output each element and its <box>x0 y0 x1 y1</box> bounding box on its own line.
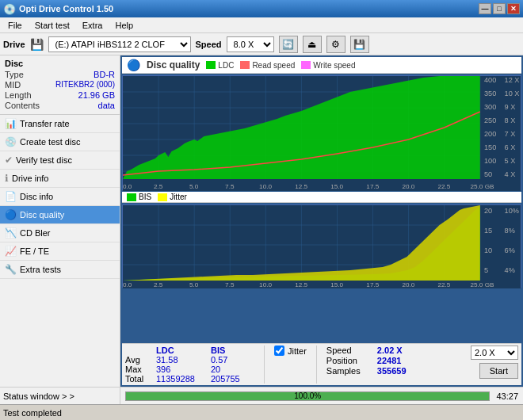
menu-start-test[interactable]: Start test <box>30 19 74 32</box>
svg-text:300: 300 <box>484 103 496 111</box>
nav-verify-test-disc-label: Verify test disc <box>16 155 72 165</box>
bottom-status-bar: Test completed <box>0 404 523 420</box>
create-test-disc-icon: 💿 <box>5 136 17 147</box>
svg-text:12.5: 12.5 <box>295 281 307 288</box>
svg-text:0.0: 0.0 <box>123 183 132 190</box>
controls-section: 2.0 X Start <box>471 346 518 384</box>
nav-transfer-rate[interactable]: 📊 Transfer rate <box>0 115 120 133</box>
svg-text:20.0: 20.0 <box>402 281 414 288</box>
stats-col-ldc: LDC <box>156 346 208 355</box>
svg-text:15.0: 15.0 <box>330 281 343 288</box>
svg-text:5.0: 5.0 <box>189 281 199 288</box>
drive-icon: 💾 <box>30 38 44 51</box>
svg-text:10%: 10% <box>505 207 519 215</box>
legend-jitter: Jitter <box>158 193 187 201</box>
bis-color <box>127 193 136 201</box>
test-speed-select[interactable]: 2.0 X <box>471 346 518 360</box>
disc-key-length: Length <box>5 90 32 100</box>
nav-disc-quality-label: Disc quality <box>20 210 64 220</box>
nav-disc-quality[interactable]: 🔵 Disc quality <box>0 206 120 224</box>
nav-drive-info[interactable]: ℹ Drive info <box>0 170 120 188</box>
disc-key-mid: MID <box>5 80 21 90</box>
settings-button[interactable]: ⚙ <box>326 36 345 53</box>
stats-col-bis: BIS <box>211 346 254 355</box>
svg-text:5: 5 <box>484 266 488 274</box>
jitter-checkbox[interactable] <box>274 346 284 356</box>
samples-row: Samples 355659 <box>326 366 466 376</box>
menu-help[interactable]: Help <box>110 19 138 32</box>
nav-extra-tests[interactable]: 🔧 Extra tests <box>0 261 120 279</box>
status-time: 43:27 <box>496 391 518 401</box>
stats-row-max: Max 396 20 <box>125 365 254 374</box>
stats-bar: LDC BIS Avg 31.58 0.57 Max 396 20 Total … <box>122 343 521 385</box>
bottom-chart: 20 15 10 5 10% 8% 6% 4% 0.0 2.5 5.0 7.5 … <box>122 204 521 288</box>
title-bar: 💿 Opti Drive Control 1.50 — □ ✕ <box>0 0 523 17</box>
svg-text:10.0: 10.0 <box>259 281 272 288</box>
svg-text:7.5: 7.5 <box>225 281 235 288</box>
nav-disc-info[interactable]: 📄 Disc info <box>0 188 120 206</box>
speed-label: Speed <box>196 40 222 49</box>
top-chart: 400 350 300 250 200 150 100 50 12 X 10 X… <box>122 75 521 190</box>
eject-button[interactable]: ⏏ <box>303 36 322 53</box>
jitter-color <box>158 193 167 201</box>
chart-title: Disc quality <box>147 59 200 71</box>
stats-row-avg: Avg 31.58 0.57 <box>125 355 254 365</box>
svg-text:20.0: 20.0 <box>402 183 414 190</box>
stats-avg-ldc: 31.58 <box>156 355 208 365</box>
bis-chart-header: BIS Jitter <box>122 192 521 203</box>
chart-header: 🔵 Disc quality LDC Read speed Write spee… <box>122 57 521 74</box>
status-window-button[interactable]: Status window > > <box>0 388 120 404</box>
samples-value: 355659 <box>377 366 407 376</box>
refresh-button[interactable]: 🔄 <box>279 36 298 53</box>
svg-text:350: 350 <box>484 90 496 97</box>
disc-val-mid: RITEKBR2 (000) <box>55 80 115 90</box>
jitter-row[interactable]: Jitter <box>274 346 307 356</box>
disc-val-contents: data <box>98 101 115 110</box>
stats-total-bis: 205755 <box>211 374 254 384</box>
stats-row-total: Total 11359288 205755 <box>125 374 254 384</box>
svg-text:2.5: 2.5 <box>154 183 163 190</box>
svg-text:4 X: 4 X <box>505 170 516 178</box>
disc-key-type: Type <box>5 70 24 79</box>
svg-text:4%: 4% <box>505 266 515 274</box>
close-button[interactable]: ✕ <box>507 3 520 14</box>
disc-row-length: Length 21.96 GB <box>5 90 115 100</box>
minimize-button[interactable]: — <box>479 3 491 14</box>
bottom-status-text: Test completed <box>3 408 62 418</box>
app-title: Opti Drive Control 1.50 <box>19 4 479 13</box>
save-button[interactable]: 💾 <box>350 36 369 53</box>
status-bar: Status window > > 100.0% 43:27 <box>0 387 523 404</box>
verify-test-disc-icon: ✔ <box>5 155 13 166</box>
drive-select[interactable]: (E:) ATAPI iHBS112 2 CLOF <box>48 36 191 52</box>
bis-label: BIS <box>139 193 151 201</box>
stats-divider-1 <box>264 346 265 384</box>
svg-text:12.5: 12.5 <box>295 183 307 190</box>
svg-text:6%: 6% <box>505 246 515 254</box>
legend-write-speed: Write speed <box>301 61 355 70</box>
stats-avg-bis: 0.57 <box>211 355 254 365</box>
stats-col-empty <box>125 346 153 355</box>
svg-text:250: 250 <box>484 116 496 124</box>
start-button[interactable]: Start <box>479 363 518 379</box>
nav-fe-te[interactable]: 📈 FE / TE <box>0 242 120 261</box>
disc-row-mid: MID RITEKBR2 (000) <box>5 80 115 90</box>
maximize-button[interactable]: □ <box>493 3 506 14</box>
menu-extra[interactable]: Extra <box>78 19 108 32</box>
position-value: 22481 <box>377 356 402 365</box>
svg-text:10: 10 <box>484 246 492 254</box>
stats-header: LDC BIS <box>125 346 254 355</box>
menu-file[interactable]: File <box>3 19 27 32</box>
read-speed-label: Read speed <box>252 61 295 70</box>
stats-max-bis: 20 <box>211 365 254 374</box>
svg-text:22.5: 22.5 <box>438 281 451 288</box>
cd-bler-icon: 📉 <box>5 227 17 239</box>
nav-cd-bler[interactable]: 📉 CD Bler <box>0 224 120 242</box>
speed-value: 2.02 X <box>377 346 403 355</box>
stats-avg-label: Avg <box>125 355 153 365</box>
speed-key: Speed <box>326 346 374 355</box>
nav-verify-test-disc[interactable]: ✔ Verify test disc <box>0 151 120 170</box>
nav-create-test-disc[interactable]: 💿 Create test disc <box>0 133 120 151</box>
svg-text:25.0 GB: 25.0 GB <box>470 183 494 190</box>
svg-text:50: 50 <box>484 170 492 178</box>
speed-select[interactable]: 8.0 X <box>227 36 274 52</box>
